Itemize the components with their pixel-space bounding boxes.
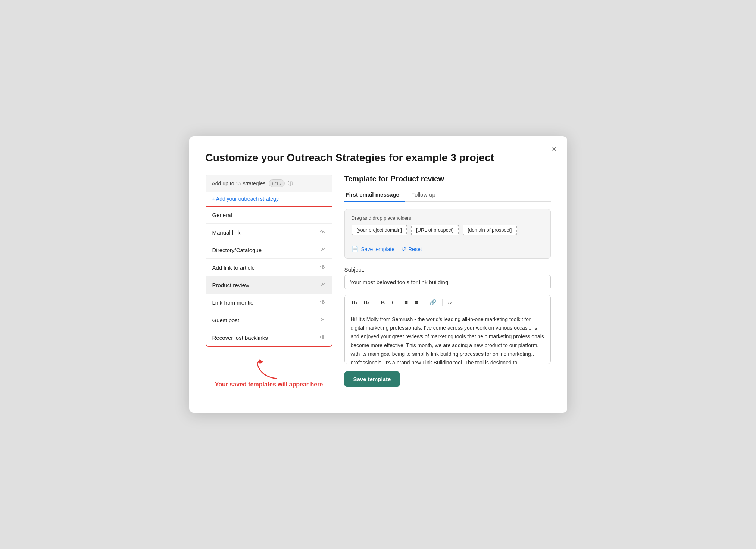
strategy-item-general[interactable]: General: [206, 207, 332, 224]
strategy-item-product-review[interactable]: Product review 👁: [206, 276, 332, 294]
strategy-label: Link from mention: [212, 299, 257, 306]
strategy-label: Directory/Catalogue: [212, 247, 262, 253]
save-template-label: Save template: [361, 246, 395, 252]
placeholder-chip-domain-prospect[interactable]: [domain of prospect]: [463, 225, 517, 235]
strategy-item-add-link-to-article[interactable]: Add link to article 👁: [206, 259, 332, 276]
annotation-arrow: [247, 358, 291, 380]
strategy-label: General: [212, 212, 232, 218]
tabs-bar: First email message Follow-up: [344, 188, 551, 202]
strategy-label: Guest post: [212, 317, 240, 323]
eye-icon[interactable]: 👁: [320, 317, 326, 323]
right-panel: Template for Product review First email …: [344, 175, 551, 386]
placeholder-chip-project-domain[interactable]: [your project domain]: [352, 225, 407, 235]
placeholders-row: [your project domain] [URL of prospect] …: [352, 225, 544, 235]
modal-body: Add up to 15 strategies 8/15 ⓘ + Add you…: [206, 175, 551, 396]
subject-input[interactable]: [344, 275, 551, 289]
info-icon[interactable]: ⓘ: [288, 180, 293, 187]
strategy-item-guest-post[interactable]: Guest post 👁: [206, 311, 332, 329]
eye-icon[interactable]: 👁: [320, 229, 326, 236]
strategies-header-text: Add up to 15 strategies: [212, 181, 266, 186]
strategy-item-directory-catalogue[interactable]: Directory/Catalogue 👁: [206, 241, 332, 259]
editor-box: H₁ H₂ B I ≡ ≡ 🔗 Iₓ Hi! It's Molly from S…: [344, 295, 551, 364]
modal-container: × Customize your Outreach Strategies for…: [189, 136, 567, 412]
eye-icon[interactable]: 👁: [320, 264, 326, 271]
strategy-item-link-from-mention[interactable]: Link from mention 👁: [206, 294, 332, 311]
toolbar-clear-format-btn[interactable]: Iₓ: [446, 298, 454, 306]
annotation-text: Your saved templates will appear here: [215, 380, 323, 389]
left-panel: Add up to 15 strategies 8/15 ⓘ + Add you…: [206, 175, 332, 396]
toolbar-separator: [375, 299, 375, 306]
strategies-header: Add up to 15 strategies 8/15 ⓘ: [206, 175, 332, 192]
toolbar-separator-2: [399, 299, 399, 306]
tab-first-email[interactable]: First email message: [344, 188, 405, 202]
subject-label: Subject:: [344, 266, 551, 273]
modal-title: Customize your Outreach Strategies for e…: [206, 151, 551, 164]
reset-icon: ↺: [401, 245, 406, 252]
reset-action-btn[interactable]: ↺ Reset: [401, 245, 422, 252]
editor-toolbar: H₁ H₂ B I ≡ ≡ 🔗 Iₓ: [345, 295, 550, 310]
placeholders-box: Drag and drop placeholders [your project…: [344, 209, 551, 259]
save-template-button[interactable]: Save template: [344, 371, 400, 387]
annotation-area: Your saved templates will appear here: [206, 354, 332, 396]
toolbar-italic-btn[interactable]: I: [389, 298, 396, 307]
strategies-list: General Manual link 👁 Directory/Catalogu…: [206, 206, 332, 347]
add-strategy-button[interactable]: + Add your outreach strategy: [206, 192, 332, 206]
strategy-label: Add link to article: [212, 264, 255, 271]
tab-follow-up[interactable]: Follow-up: [410, 188, 441, 202]
editor-body[interactable]: Hi! It's Molly from Semrush - the world'…: [345, 310, 550, 363]
template-title: Template for Product review: [344, 175, 551, 183]
save-icon: 📄: [352, 245, 359, 252]
save-template-action-btn[interactable]: 📄 Save template: [352, 245, 395, 252]
eye-icon[interactable]: 👁: [320, 334, 326, 341]
eye-icon[interactable]: 👁: [320, 282, 326, 288]
eye-icon[interactable]: 👁: [320, 299, 326, 306]
svg-marker-0: [259, 359, 263, 364]
placeholders-label: Drag and drop placeholders: [352, 215, 544, 221]
toolbar-separator-4: [442, 299, 443, 306]
strategy-label: Product review: [212, 282, 249, 288]
close-button[interactable]: ×: [550, 144, 558, 155]
placeholders-actions: 📄 Save template ↺ Reset: [352, 245, 544, 252]
toolbar-bold-btn[interactable]: B: [378, 298, 387, 307]
toolbar-h1-btn[interactable]: H₁: [349, 298, 360, 306]
toolbar-separator-3: [424, 299, 424, 306]
toolbar-ordered-list-btn[interactable]: ≡: [402, 298, 410, 307]
toolbar-h2-btn[interactable]: H₂: [361, 298, 372, 306]
strategy-item-manual-link[interactable]: Manual link 👁: [206, 224, 332, 241]
strategy-item-recover-lost-backlinks[interactable]: Recover lost backlinks 👁: [206, 329, 332, 346]
strategy-label: Manual link: [212, 229, 241, 236]
reset-label: Reset: [408, 246, 422, 252]
placeholder-chip-url-prospect[interactable]: [URL of prospect]: [411, 225, 459, 235]
toolbar-link-btn[interactable]: 🔗: [427, 298, 439, 307]
strategy-label: Recover lost backlinks: [212, 335, 268, 341]
strategies-count-badge: 8/15: [269, 179, 285, 187]
toolbar-unordered-list-btn[interactable]: ≡: [412, 298, 421, 307]
eye-icon[interactable]: 👁: [320, 247, 326, 253]
